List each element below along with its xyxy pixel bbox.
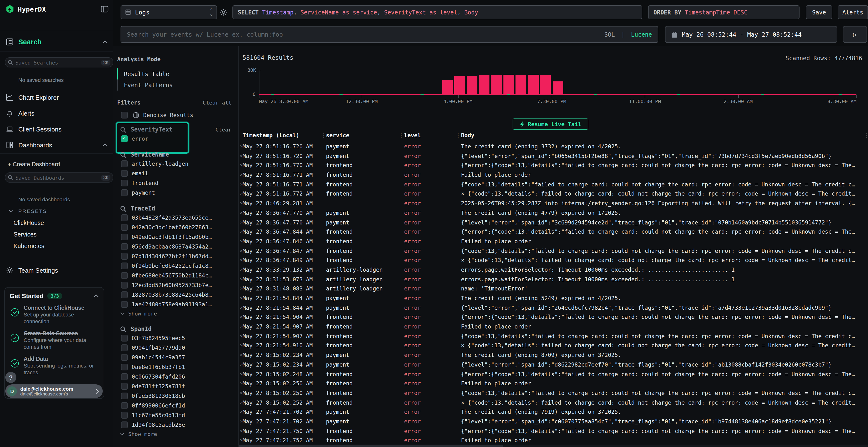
facet-checkbox[interactable] (121, 253, 128, 260)
column-resize-handle[interactable]: ⋮ (456, 133, 461, 139)
run-query-button[interactable]: ▷ (843, 26, 867, 43)
sidebar-item-alerts[interactable]: Alerts (6, 107, 107, 119)
get-started-item[interactable]: Create Data SourcesConfigure where your … (10, 330, 99, 351)
source-select[interactable]: Logs ⌃⌄ (121, 5, 217, 19)
row-expand-icon[interactable]: > (240, 182, 243, 187)
row-expand-icon[interactable]: > (240, 163, 243, 168)
table-row[interactable]: >May 27 8:36:47.849 AMfrontenderror× {"c… (239, 256, 868, 265)
facet-checkbox[interactable] (121, 234, 128, 240)
table-row[interactable]: >May 27 8:31:48.083 AMartillery-loadgene… (239, 284, 868, 294)
facet-value[interactable]: email (121, 169, 234, 178)
row-expand-icon[interactable]: > (240, 191, 243, 196)
facet-value[interactable]: 0f94b9befe0b4252ccfa1c8… (121, 261, 234, 271)
facet-value[interactable]: 1ae42480d758e9ab91193a1… (121, 300, 234, 309)
column-resize-handle[interactable]: ⋮ (399, 133, 404, 139)
table-row[interactable]: >May 27 8:21:54.844 AMpaymenterror{"leve… (239, 303, 868, 313)
sidebar-item-client-sessions[interactable]: Client Sessions (6, 123, 107, 135)
row-expand-icon[interactable]: > (240, 295, 243, 301)
facet-value[interactable]: payment (121, 188, 234, 198)
sidebar-item-chart-explorer[interactable]: Chart Explorer (6, 91, 107, 104)
column-header-level[interactable]: level (404, 132, 421, 139)
source-settings-gear-icon[interactable] (219, 8, 227, 16)
facet-value[interactable]: 0c0667304fafd206 (121, 372, 234, 381)
row-expand-icon[interactable]: > (240, 438, 243, 443)
facet-value[interactable]: 0fae5381230518cb (121, 391, 234, 401)
row-expand-icon[interactable]: > (240, 286, 243, 291)
column-resize-handle[interactable]: ⋮ (321, 133, 326, 139)
table-row[interactable]: >May 27 8:36:47.847 AMfrontenderror{"cod… (239, 246, 868, 256)
facet-clear-button[interactable]: Clear (216, 127, 231, 133)
row-expand-icon[interactable]: > (240, 390, 243, 396)
table-options-icon[interactable]: ⋮ (864, 133, 868, 139)
row-expand-icon[interactable]: > (240, 267, 243, 272)
row-expand-icon[interactable]: > (240, 381, 243, 386)
sidebar-item-dashboards[interactable]: Dashboards (6, 139, 107, 151)
select-clause-input[interactable]: SELECT Timestamp, ServiceName as service… (232, 5, 642, 19)
row-expand-icon[interactable]: > (240, 210, 243, 215)
facet-value[interactable]: 09ab1c4544c9a357 (121, 353, 234, 362)
facet-value[interactable]: 056cd9acbaac8637a4354a2… (121, 242, 234, 251)
facet-checkbox[interactable] (121, 412, 128, 419)
chevron-up-icon[interactable] (102, 143, 107, 147)
facet-value[interactable]: 042a30c3dc1baf660b27863… (121, 222, 234, 232)
facet-checkbox[interactable] (121, 421, 128, 428)
row-expand-icon[interactable]: > (240, 200, 243, 206)
table-row[interactable]: >May 27 8:15:02.250 AMfrontenderror{"cod… (239, 389, 868, 398)
chevron-up-icon[interactable] (102, 40, 107, 44)
row-expand-icon[interactable]: > (240, 257, 243, 263)
table-row[interactable]: >May 27 8:15:02.234 AMpaymenterrorThe cr… (239, 351, 868, 360)
row-expand-icon[interactable]: > (240, 362, 243, 367)
facet-checkbox[interactable] (121, 301, 128, 308)
sidebar-collapse-icon[interactable] (101, 6, 108, 12)
analysis-mode-event-patterns[interactable]: Event Patterns (117, 79, 234, 91)
get-started-item[interactable]: Add DataStart sending logs, metrics, or … (10, 355, 99, 376)
row-expand-icon[interactable]: > (240, 371, 243, 376)
table-row[interactable]: >May 27 8:21:54.844 AMpaymenterrorThe cr… (239, 294, 868, 303)
table-row[interactable]: >May 27 8:51:16.771 AMfrontenderrorFaile… (239, 171, 868, 180)
facet-checkbox[interactable] (121, 180, 128, 186)
table-row[interactable]: >May 27 8:33:29.132 AMartillery-loadgene… (239, 265, 868, 275)
order-by-input[interactable]: ORDER BY TimestampTime DESC (648, 5, 800, 19)
facet-checkbox[interactable] (121, 224, 128, 231)
facet-checkbox[interactable] (121, 383, 128, 390)
table-row[interactable]: >May 27 8:21:54.907 AMfrontenderror{"cod… (239, 332, 868, 341)
chevron-up-icon[interactable] (94, 294, 99, 298)
facet-value[interactable]: 07d184304627bf2f11b67dd… (121, 251, 234, 261)
row-expand-icon[interactable]: > (240, 143, 243, 149)
row-expand-icon[interactable]: > (240, 305, 243, 310)
facet-checkbox[interactable] (121, 335, 128, 342)
row-expand-icon[interactable]: > (240, 276, 243, 281)
row-expand-icon[interactable]: > (240, 314, 243, 319)
table-row[interactable]: >May 27 8:15:02.234 AMpaymenterror{"leve… (239, 360, 868, 370)
facet-value[interactable]: artillery-loadgen (121, 159, 234, 169)
clear-all-filters-button[interactable]: Clear all (203, 100, 231, 106)
denoise-results-toggle[interactable]: Denoise Results (121, 112, 234, 118)
table-row[interactable]: >May 27 7:47:21.702 AMpaymenterrorThe cr… (239, 408, 868, 417)
facet-checkbox[interactable] (121, 161, 128, 167)
facet-value[interactable]: 0de781ff325a781f (121, 381, 234, 391)
table-row[interactable]: >May 27 7:47:21.752 AMfrontenderrorFaile… (239, 436, 868, 446)
presets-section-toggle[interactable]: PRESETS (9, 208, 47, 214)
table-row[interactable]: >May 27 8:51:16.771 AMfrontenderror{"cod… (239, 180, 868, 190)
table-row[interactable]: >May 27 8:51:16.720 AMpaymenterror{"leve… (239, 151, 868, 161)
facet-checkbox[interactable] (121, 291, 128, 298)
facet-checkbox[interactable] (121, 272, 128, 279)
facet-value[interactable]: 11c67fe55c0d13fd (121, 410, 234, 420)
table-row[interactable]: >May 27 8:15:02.248 AMfrontenderror{"err… (239, 370, 868, 379)
facet-checkbox[interactable] (121, 402, 128, 409)
row-expand-icon[interactable]: > (240, 229, 243, 234)
row-expand-icon[interactable]: > (240, 248, 243, 253)
facet-value[interactable]: 0ff8990066efcf1d (121, 401, 234, 410)
row-expand-icon[interactable]: > (240, 324, 243, 329)
facet-checkbox[interactable] (121, 243, 128, 250)
row-expand-icon[interactable]: > (240, 409, 243, 414)
facet-checkbox[interactable] (121, 189, 128, 196)
column-header-service[interactable]: service (326, 132, 349, 139)
table-row[interactable]: >May 27 8:36:47.846 AMfrontenderrorFaile… (239, 237, 868, 246)
table-row[interactable]: >May 27 7:47:21.750 AMfrontenderror{"err… (239, 426, 868, 436)
show-more-button[interactable]: Show more (120, 309, 234, 318)
facet-checkbox[interactable] (121, 170, 128, 177)
facet-value[interactable]: error (121, 134, 234, 143)
facet-value[interactable]: 12ec8dd52b60b9525733b7e… (121, 280, 234, 290)
create-dashboard-button[interactable]: + Create Dashboard (8, 161, 60, 168)
